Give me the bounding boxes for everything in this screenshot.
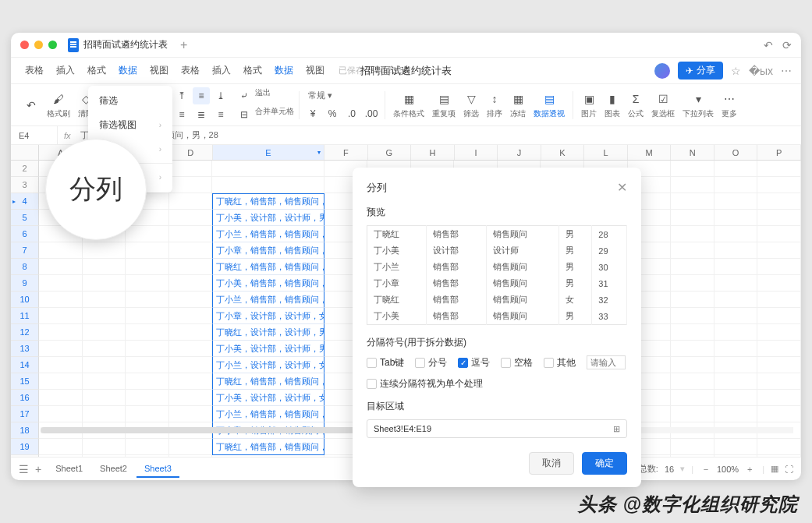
- cell[interactable]: [39, 308, 83, 324]
- new-tab-button[interactable]: +: [180, 38, 187, 52]
- col-header[interactable]: I: [455, 145, 498, 160]
- menu-表格[interactable]: 表格: [20, 61, 48, 80]
- cell[interactable]: [126, 275, 169, 292]
- document-tab[interactable]: 招聘面试遴约统计表: [83, 38, 168, 51]
- sheet-list-icon[interactable]: ☰: [19, 463, 29, 475]
- bookmark-icon[interactable]: �ых: [749, 65, 773, 77]
- cell[interactable]: [39, 406, 83, 422]
- cell[interactable]: [757, 242, 801, 259]
- checkbox-button[interactable]: ☑复选框: [648, 91, 678, 119]
- sheet-tab[interactable]: Sheet2: [92, 461, 135, 478]
- cell[interactable]: [671, 324, 714, 341]
- cell[interactable]: 丁小美，设计部，设计师，男，24: [212, 341, 324, 357]
- row-header[interactable]: 13: [11, 341, 39, 357]
- row-header[interactable]: 8: [11, 259, 39, 275]
- menu-item[interactable]: 视图: [301, 61, 329, 80]
- cell[interactable]: [169, 292, 213, 308]
- cell[interactable]: [169, 324, 213, 341]
- cell[interactable]: [83, 292, 126, 308]
- cell[interactable]: [714, 226, 758, 242]
- close-icon[interactable]: ✕: [617, 180, 627, 195]
- cell[interactable]: [126, 455, 169, 457]
- row-header[interactable]: 15: [11, 373, 39, 390]
- cell[interactable]: [757, 439, 801, 455]
- cell[interactable]: 丁小美，设计部，设计师，女，33: [212, 390, 324, 406]
- filter-button[interactable]: ▽筛选: [460, 91, 482, 119]
- cell[interactable]: [83, 324, 126, 341]
- cell[interactable]: [671, 177, 714, 193]
- cell[interactable]: [169, 341, 213, 357]
- cell[interactable]: [169, 161, 213, 177]
- cell[interactable]: [39, 341, 83, 357]
- cell[interactable]: [714, 406, 758, 422]
- cell[interactable]: [169, 439, 213, 455]
- valign-mid-button[interactable]: ≡: [193, 87, 210, 104]
- cell[interactable]: [671, 226, 714, 242]
- cell[interactable]: [671, 357, 714, 373]
- cell[interactable]: [126, 292, 169, 308]
- delim-other-checkbox[interactable]: 其他: [544, 356, 576, 369]
- cell[interactable]: 丁晓红，销售部，销售顾问，男，28: [212, 193, 324, 210]
- consecutive-checkbox[interactable]: 连续分隔符视为单个处理: [367, 377, 627, 390]
- cell[interactable]: [39, 455, 83, 457]
- history-icon[interactable]: ↶: [764, 39, 773, 51]
- cell[interactable]: [169, 242, 213, 259]
- cancel-button[interactable]: 取消: [529, 452, 574, 475]
- col-header[interactable]: M: [628, 145, 672, 160]
- cell[interactable]: [757, 455, 801, 457]
- cell[interactable]: [671, 210, 714, 226]
- menu-item[interactable]: 筛选: [88, 89, 172, 113]
- cell[interactable]: [126, 259, 169, 275]
- cond-format-button[interactable]: ▦条件格式: [390, 91, 427, 119]
- cell[interactable]: [757, 161, 801, 177]
- row-header[interactable]: 2: [11, 161, 39, 177]
- image-button[interactable]: ▣图片: [578, 91, 600, 119]
- cell[interactable]: [39, 324, 83, 341]
- undo-button[interactable]: ↶: [20, 97, 42, 113]
- cell[interactable]: [169, 210, 213, 226]
- row-header[interactable]: 4: [11, 193, 39, 210]
- range-picker-icon[interactable]: ⊞: [613, 424, 620, 434]
- ok-button[interactable]: 确定: [582, 452, 627, 475]
- cell[interactable]: [714, 308, 758, 324]
- cell[interactable]: [169, 455, 213, 457]
- cell[interactable]: [126, 341, 169, 357]
- share-button[interactable]: ✈ 分享: [678, 62, 723, 80]
- number-format-select[interactable]: 常规 ▾: [304, 87, 380, 104]
- cell[interactable]: [39, 357, 83, 373]
- cell[interactable]: [169, 193, 213, 210]
- cell[interactable]: [671, 390, 714, 406]
- cell[interactable]: [757, 177, 801, 193]
- cell[interactable]: [39, 373, 83, 390]
- fx-icon[interactable]: fx: [58, 131, 77, 140]
- cell[interactable]: 丁晓红，销售部，销售顾问，女，32: [212, 259, 324, 275]
- cell[interactable]: 丁晓红，销售部，销售顾问，女，30: [212, 439, 324, 455]
- cell[interactable]: [212, 177, 324, 193]
- freeze-button[interactable]: ▦冻结: [507, 91, 529, 119]
- cell[interactable]: [126, 357, 169, 373]
- cell[interactable]: [83, 308, 126, 324]
- zoom-out-button[interactable]: −: [700, 463, 712, 475]
- row-header[interactable]: 6: [11, 226, 39, 242]
- cell[interactable]: [714, 259, 758, 275]
- delim-semicolon-checkbox[interactable]: 分号: [415, 356, 447, 369]
- cell[interactable]: [169, 357, 213, 373]
- menu-数据[interactable]: 数据: [114, 61, 142, 80]
- sheet-tab[interactable]: Sheet3: [137, 461, 179, 478]
- cell[interactable]: [671, 259, 714, 275]
- row-header[interactable]: 14: [11, 357, 39, 373]
- row-header[interactable]: 18: [11, 422, 39, 439]
- col-header[interactable]: J: [498, 145, 541, 160]
- cell[interactable]: 丁小美，销售部，销售顾问，男，33: [212, 275, 324, 292]
- cell[interactable]: [83, 390, 126, 406]
- select-all-corner[interactable]: [11, 145, 39, 160]
- menu-item[interactable]: 筛选视图›: [88, 113, 172, 137]
- cell[interactable]: [126, 308, 169, 324]
- cell[interactable]: [126, 226, 169, 242]
- cell[interactable]: [169, 308, 213, 324]
- cell[interactable]: [757, 275, 801, 292]
- cell[interactable]: [714, 161, 758, 177]
- sort-button[interactable]: ↕排序: [484, 91, 505, 119]
- cell[interactable]: [757, 193, 801, 210]
- menu-格式[interactable]: 格式: [83, 61, 111, 80]
